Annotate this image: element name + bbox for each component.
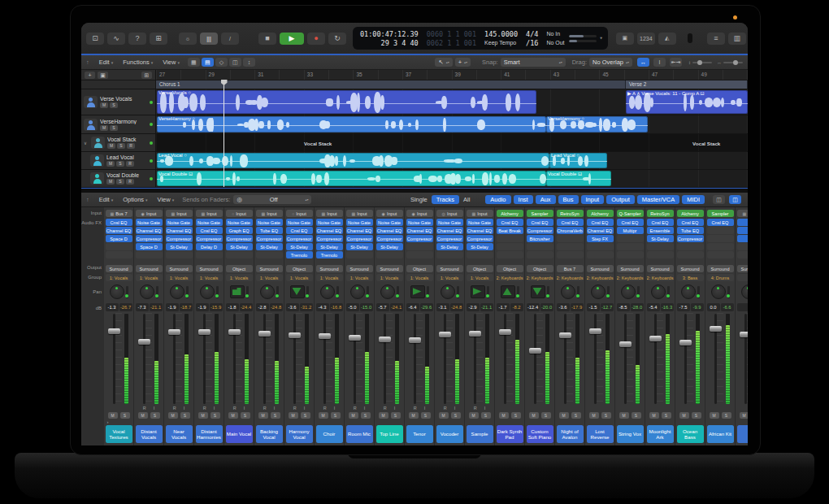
fader-area[interactable] [196,313,223,405]
input-monitor-button[interactable]: I [394,406,396,411]
pan-side-slider[interactable] [457,286,459,298]
output-slot[interactable]: Surround [166,265,193,272]
fader-area[interactable] [617,313,644,405]
pan-control[interactable] [617,282,644,302]
output-slot[interactable]: Surround [677,265,704,272]
track-lane[interactable]: Lead Vocal ○Lead Vocal ○ [156,152,748,169]
dim-icon[interactable]: ☼ [179,33,197,45]
track-header-vocal-stack[interactable]: ∨Vocal StackMSR [81,134,156,151]
record-enable-button[interactable]: R [474,406,477,411]
pan-side-slider[interactable] [487,286,489,298]
pan-knob[interactable] [140,285,154,299]
quick-help-icon[interactable]: ? [128,33,146,45]
instrument-slot[interactable]: Q-Sampler [617,210,644,217]
mute-button[interactable]: M [107,143,115,149]
fader-cap[interactable] [349,335,361,341]
fx-slot[interactable]: St-Delay [256,243,283,250]
audio-region[interactable]: Vocal Double ⊡ [546,171,611,186]
fx-slot[interactable]: Ensemble [647,227,674,234]
fx-slot[interactable]: Noise Gate [376,219,403,226]
input-monitor-button[interactable]: I [274,406,276,411]
volume-db-value[interactable]: -5.0 [346,303,359,311]
fader-area[interactable] [136,313,163,405]
mute-button[interactable]: M [100,125,108,131]
fader-area[interactable] [647,313,674,405]
peak-db-value[interactable]: -24.4 [240,303,253,311]
mixer-menu-edit[interactable]: Edit▾ [94,196,118,203]
fx-slot[interactable]: Cnsl EQ [527,219,553,226]
solo-button[interactable]: S [541,412,551,419]
mute-button[interactable]: M [589,412,599,419]
strip-track-name[interactable]: Near Vocals [166,425,193,443]
instrument-slot[interactable]: Alchemy [677,210,704,217]
fx-slot[interactable]: Cnsl EQ [106,219,132,226]
mute-button[interactable]: M [469,412,479,419]
mute-button[interactable]: M [258,412,268,419]
pan-control[interactable] [196,282,223,302]
output-slot[interactable]: Bus 7 [557,265,584,272]
object-panner[interactable] [290,285,305,298]
editors-icon[interactable]: ▥ [728,33,746,45]
strip-track-name[interactable]: Tenor [406,425,433,443]
mute-button[interactable]: M [679,412,689,419]
pan-side-slider[interactable] [156,286,158,298]
pencil-icon[interactable]: / [221,33,239,45]
fx-slot[interactable]: Compressor [527,227,553,234]
fader-cap[interactable] [258,331,271,337]
fx-slot[interactable]: ChromaVerb [557,227,584,234]
solo-button[interactable]: S [301,412,310,419]
record-enable-button[interactable]: R [173,406,176,411]
fader-cap[interactable] [108,328,120,334]
strip-track-name[interactable]: African Kit [707,425,734,443]
strip-track-name[interactable]: Room Mic [346,425,373,443]
input-monitor-button[interactable]: I [454,406,456,411]
fx-slot[interactable]: Cnsl EQ [286,227,313,234]
group-slot[interactable]: 1: Vocals [346,274,373,281]
pointer-tool-menu[interactable]: ↖▴▾ [435,58,452,67]
strip-track-name[interactable]: Main Vocal [226,425,253,443]
pan-side-slider[interactable] [427,286,429,298]
track-header-vocal-double[interactable]: Vocal DoubleMSR [81,170,156,187]
mute-button[interactable]: M [168,412,178,419]
input-monitor-button[interactable]: I [304,406,306,411]
mute-button[interactable]: M [106,161,115,167]
mute-button[interactable]: M [349,412,358,419]
pan-control[interactable] [136,282,163,302]
filter-input[interactable]: Input [581,195,605,204]
group-slot[interactable]: 1: Vocals [226,274,253,281]
mute-button[interactable]: M [108,412,118,419]
workspace-icon[interactable]: ⊡ [86,33,104,45]
fx-slot[interactable]: St-Delay [346,243,373,250]
input-monitor-button[interactable]: I [424,406,426,411]
solo-button[interactable]: S [421,412,431,419]
instrument-slot[interactable]: Alchemy [497,210,523,217]
mute-button[interactable]: M [529,412,539,419]
fx-slot[interactable]: Cnsl EQ [196,227,223,234]
peak-db-value[interactable]: -18.7 [180,303,193,311]
fader-cap[interactable] [319,333,331,339]
pan-knob[interactable] [170,285,184,299]
volume-db-value[interactable]: -1.9 [166,303,179,311]
solo-button[interactable]: S [117,143,125,149]
fader-area[interactable] [316,313,343,405]
volume-db-value[interactable]: -1.5 [587,303,600,311]
pan-control[interactable] [226,282,253,302]
input-slot[interactable]: ◉Input [406,210,433,217]
track-header-config-button[interactable]: ⊞ [141,72,152,79]
mute-button[interactable]: M [379,412,388,419]
list-editors-icon[interactable]: ≡ [707,33,725,45]
pan-side-slider[interactable] [667,286,670,298]
strip-disclosure[interactable]: › [106,419,132,425]
secondary-tool-menu[interactable]: +▴▾ [455,58,471,67]
drag-dropdown[interactable]: No Overlap▴▾ [589,58,632,67]
strip-track-name[interactable]: String Vox [617,425,644,443]
mute-button[interactable]: M [138,412,148,419]
stop-button[interactable]: ■ [258,33,276,45]
window-divider[interactable] [81,187,748,193]
volume-db-value[interactable]: -1.3 [106,303,119,311]
input-monitor-button[interactable]: I [244,406,245,411]
strip-track-name[interactable] [737,425,749,443]
catch-playhead-button[interactable]: ↔ [637,58,649,67]
fx-slot[interactable]: St-Delay [226,243,253,250]
peak-db-value[interactable]: -20.0 [540,303,553,311]
